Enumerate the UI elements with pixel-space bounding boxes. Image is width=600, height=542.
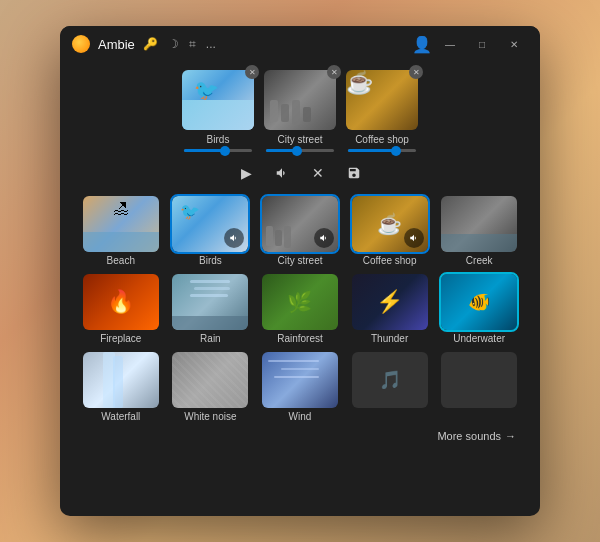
sound-label-birds: Birds xyxy=(199,255,222,266)
title-bar-left: Ambie 🔑 ☽ ⌗ ... xyxy=(72,35,404,53)
sound-label-fireplace: Fireplace xyxy=(100,333,141,344)
key-icon[interactable]: 🔑 xyxy=(143,37,158,51)
app-window: Ambie 🔑 ☽ ⌗ ... 👤 — □ ✕ ✕ xyxy=(60,26,540,516)
sound-thumb-beach: 🏖 xyxy=(83,196,159,252)
sound-label-wind: Wind xyxy=(289,411,312,422)
maximize-button[interactable]: □ xyxy=(468,34,496,54)
sound-label-waterfall: Waterfall xyxy=(101,411,140,422)
sound-thumb-rainforest: 🌿 xyxy=(262,274,338,330)
close-button[interactable]: ✕ xyxy=(500,34,528,54)
more-sounds-link[interactable]: More sounds → xyxy=(437,430,516,442)
sound-item-extra2 xyxy=(438,352,520,422)
sound-thumb-waterfall xyxy=(83,352,159,408)
save-button[interactable] xyxy=(343,162,365,184)
sound-grid: 🏖 Beach 🐦 Birds xyxy=(80,196,520,422)
volume-coffeeshop[interactable] xyxy=(348,149,416,152)
sound-item-creek[interactable]: Creek xyxy=(438,196,520,266)
active-cards: ✕ 🐦 Birds ✕ xyxy=(182,70,418,152)
sound-item-fireplace[interactable]: 🔥 Fireplace xyxy=(80,274,162,344)
sound-item-wind[interactable]: Wind xyxy=(259,352,341,422)
sound-item-citystreet[interactable]: City street xyxy=(259,196,341,266)
sound-thumb-extra1: 🎵 xyxy=(352,352,428,408)
active-label-citystreet: City street xyxy=(277,134,322,145)
sound-item-underwater[interactable]: 🐠 Underwater xyxy=(438,274,520,344)
sound-thumb-creek xyxy=(441,196,517,252)
sound-item-beach[interactable]: 🏖 Beach xyxy=(80,196,162,266)
sound-thumb-citystreet xyxy=(262,196,338,252)
sound-item-thunder[interactable]: ⚡ Thunder xyxy=(349,274,431,344)
title-bar: Ambie 🔑 ☽ ⌗ ... 👤 — □ ✕ xyxy=(60,26,540,62)
sound-item-birds[interactable]: 🐦 Birds xyxy=(170,196,252,266)
sound-thumb-coffeeshop: ☕ xyxy=(352,196,428,252)
sound-thumb-birds: 🐦 xyxy=(172,196,248,252)
sound-label-thunder: Thunder xyxy=(371,333,408,344)
sound-label-rain: Rain xyxy=(200,333,221,344)
coffeeshop-volume-icon xyxy=(404,228,424,248)
close-birds-button[interactable]: ✕ xyxy=(245,65,259,79)
active-section: ✕ 🐦 Birds ✕ xyxy=(80,70,520,184)
content-area: ✕ 🐦 Birds ✕ xyxy=(60,62,540,516)
sound-label-coffeeshop: Coffee shop xyxy=(363,255,417,266)
active-thumb-citystreet xyxy=(264,70,336,130)
sound-item-coffeeshop[interactable]: ☕ Coffee shop xyxy=(349,196,431,266)
sound-thumb-wind xyxy=(262,352,338,408)
active-card-birds: ✕ 🐦 Birds xyxy=(182,70,254,152)
sound-label-citystreet: City street xyxy=(277,255,322,266)
sound-label-whitenoise: White noise xyxy=(184,411,236,422)
close-coffeeshop-button[interactable]: ✕ xyxy=(409,65,423,79)
volume-citystreet[interactable] xyxy=(266,149,334,152)
more-sounds-arrow: → xyxy=(505,430,516,442)
playback-controls: ▶ ✕ xyxy=(235,162,365,184)
stop-button[interactable]: ✕ xyxy=(307,162,329,184)
sound-thumb-thunder: ⚡ xyxy=(352,274,428,330)
sound-thumb-fireplace: 🔥 xyxy=(83,274,159,330)
birds-volume-icon xyxy=(224,228,244,248)
profile-icon[interactable]: 👤 xyxy=(412,35,432,54)
sound-label-rainforest: Rainforest xyxy=(277,333,323,344)
display-icon[interactable]: ⌗ xyxy=(189,37,196,51)
sound-label-creek: Creek xyxy=(466,255,493,266)
sound-label-beach: Beach xyxy=(107,255,135,266)
app-icon xyxy=(72,35,90,53)
active-card-citystreet: ✕ City street xyxy=(264,70,336,152)
active-thumb-coffeeshop: ☕ xyxy=(346,70,418,130)
sound-item-rainforest[interactable]: 🌿 Rainforest xyxy=(259,274,341,344)
active-card-coffeeshop: ✕ ☕ Coffee shop xyxy=(346,70,418,152)
sound-item-rain[interactable]: Rain xyxy=(170,274,252,344)
volume-birds[interactable] xyxy=(184,149,252,152)
sound-thumb-extra2 xyxy=(441,352,517,408)
more-icon[interactable]: ... xyxy=(206,37,216,51)
active-thumb-birds: 🐦 xyxy=(182,70,254,130)
sound-item-extra1[interactable]: 🎵 xyxy=(349,352,431,422)
sound-thumb-rain xyxy=(172,274,248,330)
volume-button[interactable] xyxy=(271,162,293,184)
active-label-coffeeshop: Coffee shop xyxy=(355,134,409,145)
citystreet-volume-icon xyxy=(314,228,334,248)
more-sounds-label: More sounds xyxy=(437,430,501,442)
sound-item-waterfall[interactable]: Waterfall xyxy=(80,352,162,422)
sound-item-whitenoise[interactable]: White noise xyxy=(170,352,252,422)
sound-label-underwater: Underwater xyxy=(453,333,505,344)
more-sounds-row: More sounds → xyxy=(80,430,520,442)
minimize-button[interactable]: — xyxy=(436,34,464,54)
play-button[interactable]: ▶ xyxy=(235,162,257,184)
app-title: Ambie xyxy=(98,37,135,52)
active-label-birds: Birds xyxy=(207,134,230,145)
moon-icon[interactable]: ☽ xyxy=(168,37,179,51)
sound-thumb-underwater: 🐠 xyxy=(441,274,517,330)
close-citystreet-button[interactable]: ✕ xyxy=(327,65,341,79)
sound-thumb-whitenoise xyxy=(172,352,248,408)
title-icons: 🔑 ☽ ⌗ ... xyxy=(143,37,216,51)
